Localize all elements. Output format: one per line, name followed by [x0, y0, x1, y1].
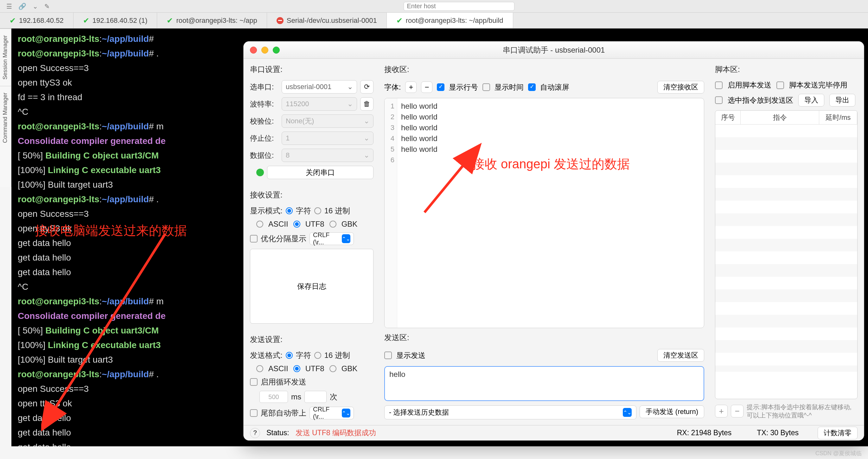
auto-scroll-checkbox[interactable]	[528, 83, 536, 91]
tail-select[interactable]: CRLF (\r...⌃⌄	[310, 407, 354, 420]
show-time-checkbox[interactable]	[483, 83, 490, 91]
databits-label: 数据位:	[250, 150, 278, 161]
send-gbk-radio[interactable]	[330, 365, 336, 372]
connection-status-icon	[256, 169, 264, 176]
script-table[interactable]: 序号 指令 延时/ms	[715, 110, 858, 399]
send-area-header: 发送区:	[384, 333, 704, 343]
parity-label: 校验位:	[250, 116, 278, 126]
tail-checkbox[interactable]	[250, 409, 257, 417]
fmt-hex-radio[interactable]	[314, 352, 321, 359]
clear-recv-button[interactable]: 清空接收区	[657, 81, 704, 93]
send-ascii-radio[interactable]	[256, 365, 263, 372]
port-settings-header: 串口设置:	[250, 64, 373, 75]
tx-counter: TX: 30 Bytes	[757, 429, 799, 437]
reset-counter-button[interactable]: 计数清零	[818, 427, 858, 439]
col-seq: 序号	[715, 111, 741, 124]
port-select[interactable]: usbserial-0001⌄	[282, 80, 357, 93]
tab-label: 192.168.40.52	[19, 17, 64, 25]
export-button[interactable]: 导出	[829, 94, 855, 107]
serial-right-panel: 脚本区: 启用脚本发送 脚本发送完毕停用 选中指令放到发送区 导入 导出 序号 …	[709, 59, 864, 425]
stop-select[interactable]: 1⌄	[282, 132, 373, 145]
stop-label: 停止位:	[250, 134, 278, 143]
receive-text-area[interactable]: 123456 hello worldhello worldhello world…	[384, 98, 704, 328]
close-window-icon[interactable]	[250, 47, 257, 54]
enc-gbk-radio[interactable]	[330, 221, 336, 228]
host-input[interactable]	[404, 2, 515, 11]
trash-icon[interactable]: 🗑	[360, 97, 373, 111]
font-increase-button[interactable]: +	[405, 82, 416, 93]
help-icon[interactable]: ?	[250, 428, 260, 438]
remove-script-button[interactable]: −	[731, 405, 744, 418]
history-select[interactable]: - 选择发送历史数据⌃⌄	[384, 405, 637, 420]
serial-left-panel: 串口设置: 选串口: usbserial-0001⌄ ⟳ 波特率: 115200…	[244, 59, 380, 425]
send-utf8-radio[interactable]	[293, 365, 300, 372]
fmt-char-radio[interactable]	[286, 352, 293, 359]
tab-build[interactable]: ✔root@orangepi3-lts: ~/app/build	[387, 13, 513, 28]
tab-label: Serial-/dev/cu.usbserial-0001	[287, 17, 377, 25]
rx-counter: RX: 21948 Bytes	[677, 429, 732, 437]
script-table-body[interactable]	[715, 124, 857, 372]
receive-content: hello worldhello worldhello worldhello w…	[397, 98, 704, 328]
stop-icon	[277, 17, 283, 24]
left-vertical-sidebar: Session Manager Command Manager	[0, 29, 11, 187]
mode-char-radio[interactable]	[286, 207, 293, 214]
command-manager-tab[interactable]: Command Manager	[0, 86, 11, 149]
link-icon[interactable]: 🔗	[19, 3, 26, 10]
display-mode-label: 显示模式:	[250, 206, 283, 216]
recv-settings-header: 接收设置:	[250, 190, 373, 200]
tab-host-1[interactable]: ✔192.168.40.52	[0, 13, 73, 28]
serial-middle-panel: 接收区: 字体: + − 显示行号 显示时间 自动滚屏 清空接收区 123456…	[380, 59, 709, 425]
databits-select[interactable]: 8⌄	[282, 149, 373, 162]
watermark: CSDN @夏侯城临	[815, 450, 862, 457]
script-hint: 提示:脚本指令选中按着鼠标左键移动,可以上下拖动位置哦^-^	[747, 403, 858, 420]
sidebar-toggle-icon[interactable]: ☰	[6, 3, 12, 10]
send-fmt-label: 发送格式:	[250, 350, 283, 361]
tab-serial[interactable]: Serial-/dev/cu.usbserial-0001	[267, 13, 387, 28]
pause-after-checkbox[interactable]	[776, 82, 784, 89]
refresh-icon[interactable]: ⟳	[360, 80, 373, 93]
clear-send-button[interactable]: 清空发送区	[657, 349, 704, 362]
show-lineno-checkbox[interactable]	[437, 83, 444, 91]
loop-interval-input[interactable]	[259, 391, 288, 403]
enc-utf8-radio[interactable]	[293, 221, 300, 228]
import-button[interactable]: 导入	[798, 94, 824, 107]
sep-checkbox[interactable]	[250, 235, 257, 242]
port-label: 选串口:	[250, 82, 278, 92]
check-icon: ✔	[9, 16, 16, 25]
tab-label: 192.168.40.52 (1)	[93, 17, 148, 25]
put-selected-checkbox[interactable]	[715, 96, 722, 104]
maximize-window-icon[interactable]	[273, 47, 280, 54]
window-title-bar[interactable]: 串口调试助手 - usbserial-0001	[244, 41, 864, 59]
save-log-button[interactable]: 保存日志	[250, 249, 373, 324]
col-cmd: 指令	[741, 111, 819, 124]
add-script-button[interactable]: +	[715, 405, 728, 418]
session-manager-tab[interactable]: Session Manager	[0, 29, 11, 86]
font-decrease-button[interactable]: −	[421, 82, 432, 93]
sep-select[interactable]: CRLF (\r...⌃⌄	[310, 232, 354, 245]
col-delay: 延时/ms	[819, 111, 857, 124]
manual-send-button[interactable]: 手动发送 (return)	[640, 405, 704, 418]
check-icon: ✔	[83, 16, 89, 25]
loop-times-input[interactable]	[304, 391, 327, 403]
baud-select[interactable]: 115200⌄	[282, 97, 357, 111]
parity-select[interactable]: None(无)⌄	[282, 114, 373, 128]
tab-host-2[interactable]: ✔192.168.40.52 (1)	[73, 13, 157, 28]
line-gutter: 123456	[384, 98, 397, 328]
enable-script-checkbox[interactable]	[715, 82, 722, 89]
mode-hex-radio[interactable]	[314, 207, 321, 214]
close-port-button[interactable]: 关闭串口	[267, 166, 373, 179]
terminal-tab-bar: ✔192.168.40.52 ✔192.168.40.52 (1) ✔root@…	[0, 13, 868, 29]
minimize-window-icon[interactable]	[261, 47, 268, 54]
status-message: 发送 UTF8 编码数据成功	[296, 428, 376, 438]
tab-label: root@orangepi3-lts: ~/app/build	[406, 17, 503, 25]
wand-icon[interactable]: ✎	[44, 3, 50, 10]
loop-checkbox[interactable]	[250, 378, 257, 386]
show-send-checkbox[interactable]	[384, 351, 392, 359]
tab-label: root@orangepi3-lts: ~/app	[176, 17, 257, 25]
enc-ascii-radio[interactable]	[256, 221, 263, 228]
tab-app[interactable]: ✔root@orangepi3-lts: ~/app	[157, 13, 267, 28]
traffic-lights	[250, 47, 280, 54]
send-settings-header: 发送设置:	[250, 335, 373, 345]
chevron-down-icon[interactable]: ⌄	[33, 3, 38, 10]
send-textarea[interactable]: hello	[384, 366, 704, 401]
